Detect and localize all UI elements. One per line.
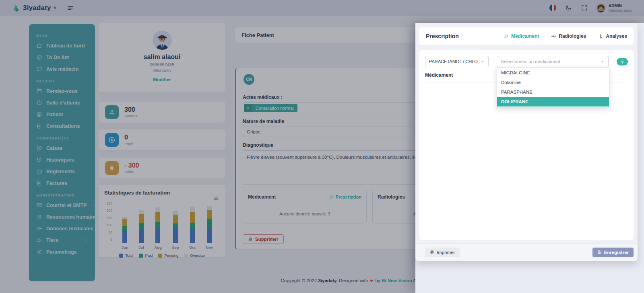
prescription-footer: Imprimer Enregistrer [415, 243, 638, 261]
caret-up-icon [601, 59, 605, 64]
category-select[interactable]: PARACETAMOL / CHLORP... [425, 56, 489, 67]
prescription-tabs: MédicamentRadiologiesAnalyses [504, 33, 627, 39]
dropdown-option-migralgine[interactable]: MIGRALGINE [497, 68, 609, 78]
medicament-dropdown: MIGRALGINEDolaminePARASPHANEDOLIPRANE [497, 67, 609, 107]
pulse-icon [551, 34, 556, 39]
dropdown-option-doliprane[interactable]: DOLIPRANE [497, 97, 609, 107]
save-button[interactable]: Enregistrer [592, 248, 634, 257]
prescription-content: PARACETAMOL / CHLORP... Sélectionnez un … [419, 50, 634, 240]
tab-radiologies[interactable]: Radiologies [551, 33, 586, 39]
printer-icon [430, 250, 434, 254]
medicament-select[interactable]: Sélectionnez un médicament [497, 56, 609, 67]
save-icon [597, 250, 602, 254]
caret-down-icon [481, 59, 485, 64]
prescription-panel: Prescription MédicamentRadiologiesAnalys… [415, 23, 638, 261]
microphone-icon [620, 59, 625, 64]
dropdown-option-dolamine[interactable]: Dolamine [497, 78, 609, 87]
dropdown-option-parasphane[interactable]: PARASPHANE [497, 87, 609, 97]
thermometer-icon [598, 34, 603, 39]
tab-medicament[interactable]: Médicament [504, 33, 539, 39]
prescription-header: Prescription MédicamentRadiologiesAnalys… [419, 27, 634, 45]
voice-input-button[interactable] [617, 58, 628, 66]
print-button[interactable]: Imprimer [425, 248, 460, 257]
medicament-select-placeholder: Sélectionnez un médicament [501, 59, 598, 64]
tab-analyses[interactable]: Analyses [598, 33, 627, 39]
prescription-drawer: Prescription MédicamentRadiologiesAnalys… [415, 23, 644, 293]
pill-icon [504, 34, 509, 39]
prescription-title: Prescription [426, 33, 459, 39]
